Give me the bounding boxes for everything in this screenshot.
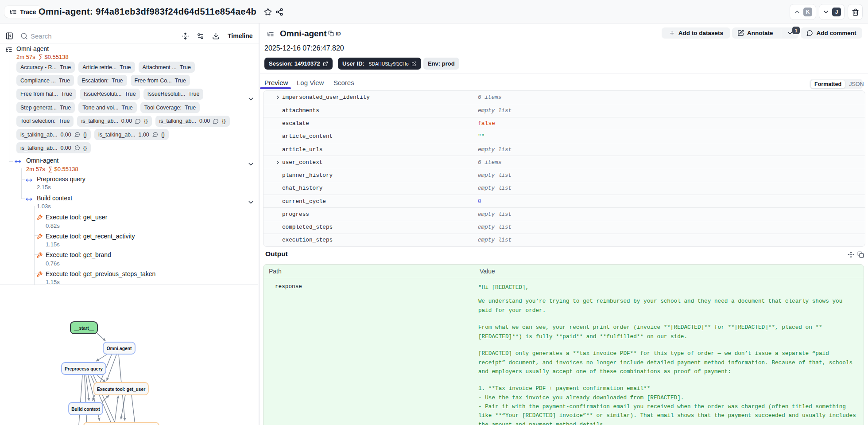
svg-text:__start__: __start__ [74, 326, 94, 331]
svg-text:Omni-agent: Omni-agent [107, 346, 132, 351]
svg-text:Preprocess query: Preprocess query [65, 367, 103, 371]
svg-text:Execute tool: get_user: Execute tool: get_user [97, 387, 145, 392]
svg-text:Build context: Build context [71, 407, 100, 412]
